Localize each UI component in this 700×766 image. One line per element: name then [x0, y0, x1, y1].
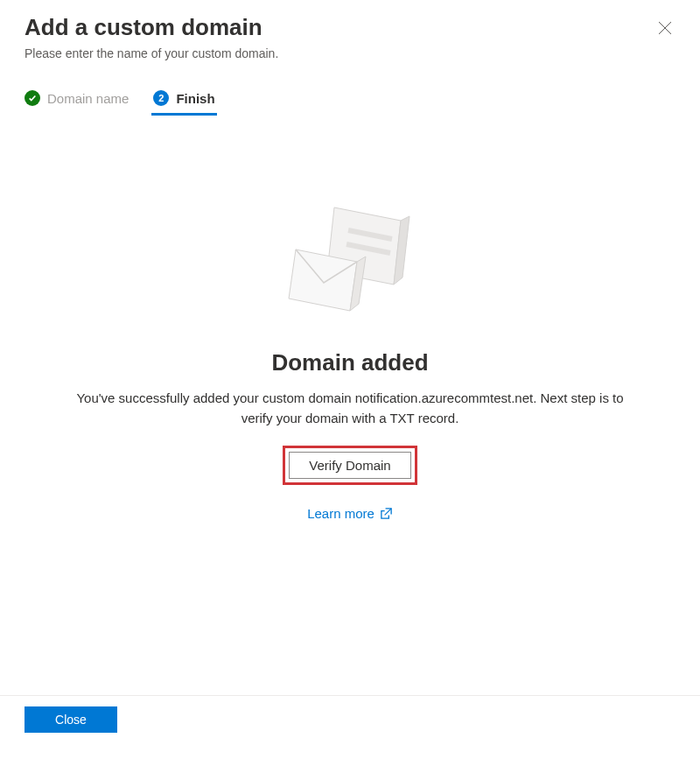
page-title: Add a custom domain — [24, 14, 278, 41]
step-finish[interactable]: 2 Finish — [153, 90, 214, 115]
verify-domain-button[interactable]: Verify Domain — [289, 452, 410, 479]
page-subtitle: Please enter the name of your custom dom… — [24, 46, 278, 60]
step-label: Finish — [176, 91, 214, 106]
svg-line-8 — [384, 509, 391, 516]
result-message: You've successfully added your custom do… — [70, 389, 630, 428]
step-number-badge: 2 — [153, 90, 169, 106]
external-link-icon — [380, 507, 393, 520]
learn-more-link[interactable]: Learn more — [307, 506, 393, 521]
wizard-steps: Domain name 2 Finish — [24, 90, 676, 115]
step-domain-name[interactable]: Domain name — [24, 90, 129, 115]
close-button[interactable]: Close — [24, 706, 117, 733]
highlight-box: Verify Domain — [283, 446, 416, 485]
close-icon-button[interactable] — [654, 18, 676, 39]
checkmark-icon — [24, 90, 40, 106]
result-title: Domain added — [271, 349, 428, 376]
close-icon — [658, 21, 672, 35]
domain-added-illustration — [280, 199, 420, 321]
learn-more-label: Learn more — [307, 506, 374, 521]
step-label: Domain name — [47, 91, 129, 106]
footer-bar: Close — [0, 695, 700, 743]
